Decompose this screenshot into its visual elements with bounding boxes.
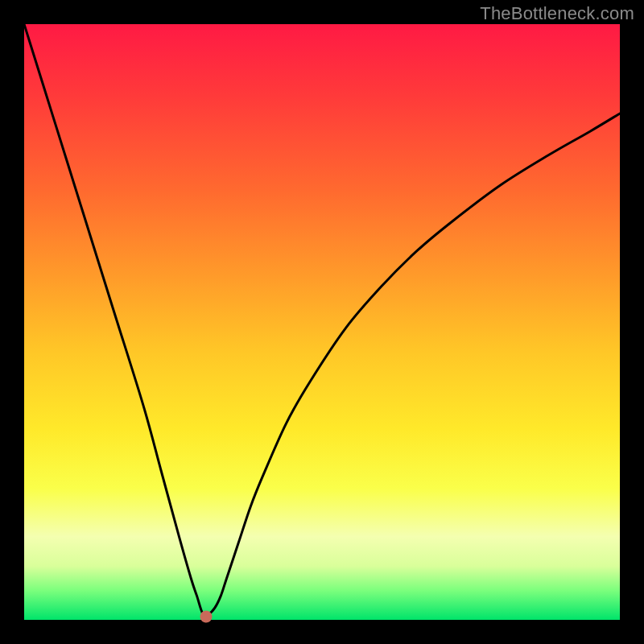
optimal-point-marker (200, 611, 212, 623)
bottleneck-curve (24, 24, 620, 620)
chart-frame: TheBottleneck.com (0, 0, 644, 644)
watermark-text: TheBottleneck.com (480, 3, 634, 24)
plot-area (24, 24, 620, 620)
